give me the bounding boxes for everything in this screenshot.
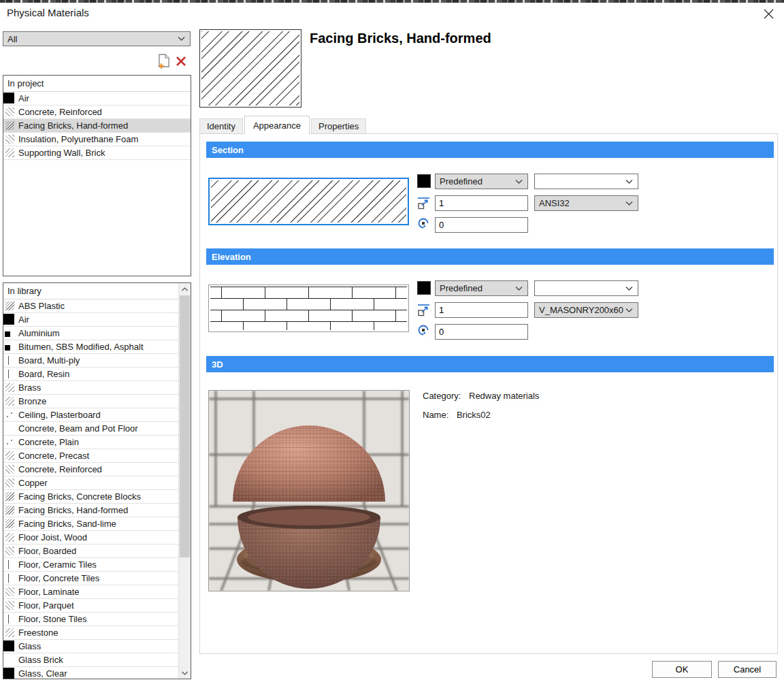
material-swatch-icon bbox=[5, 519, 14, 528]
list-item[interactable]: Facing Bricks, Hand-formed bbox=[3, 119, 191, 133]
section-color-chip[interactable] bbox=[417, 174, 431, 188]
background-app-strip bbox=[0, 0, 784, 3]
cancel-button[interactable]: Cancel bbox=[718, 661, 777, 678]
list-item[interactable]: Floor, Concrete Tiles bbox=[3, 572, 180, 585]
material-3d-preview bbox=[208, 390, 410, 591]
material-swatch-icon bbox=[5, 533, 14, 542]
list-item[interactable]: Air bbox=[3, 92, 191, 105]
material-name-label: Concrete, Plain bbox=[18, 437, 79, 447]
elevation-rotation-input[interactable] bbox=[435, 324, 528, 340]
section-scale-input[interactable] bbox=[435, 195, 528, 211]
scrollbar-thumb[interactable] bbox=[180, 295, 190, 557]
list-item[interactable]: Concrete, Precast bbox=[3, 449, 180, 463]
dialog-title: Physical Materials bbox=[7, 7, 89, 18]
material-fill-thumbnail bbox=[199, 29, 301, 108]
elevation-scale-input[interactable] bbox=[435, 302, 528, 318]
list-item[interactable]: ABS Plastic bbox=[3, 299, 180, 313]
material-swatch-icon bbox=[3, 668, 14, 679]
material-swatch-icon bbox=[3, 314, 14, 325]
material-name-label: Freestone bbox=[18, 628, 59, 638]
section-filltype-dropdown[interactable]: Predefined bbox=[435, 174, 528, 189]
material-swatch-icon bbox=[5, 424, 14, 433]
elevation-fill-preview[interactable] bbox=[208, 285, 409, 332]
elevation-filltype-dropdown[interactable]: Predefined bbox=[435, 280, 528, 296]
list-item[interactable]: Copper bbox=[3, 476, 180, 490]
section-header-bar: Section bbox=[206, 142, 774, 158]
list-item[interactable]: Concrete, Reinforced bbox=[3, 105, 191, 119]
filter-dropdown[interactable]: All bbox=[3, 31, 191, 46]
list-item[interactable]: Floor, Stone Tiles bbox=[3, 613, 180, 626]
material-swatch-icon bbox=[5, 465, 14, 474]
ok-button[interactable]: OK bbox=[652, 661, 712, 678]
material-swatch-icon bbox=[5, 438, 14, 446]
material-swatch-icon bbox=[5, 108, 14, 116]
material-name-label: Floor, Ceramic Tiles bbox=[18, 559, 97, 570]
list-item[interactable]: Board, Multi-ply bbox=[3, 354, 180, 368]
delete-x-icon bbox=[176, 56, 186, 67]
list-item[interactable]: Air bbox=[3, 313, 180, 327]
elevation-color-chip[interactable] bbox=[417, 281, 431, 295]
list-item[interactable]: Concrete, Reinforced bbox=[3, 463, 180, 476]
list-item[interactable]: Floor, Ceramic Tiles bbox=[3, 558, 180, 572]
new-material-button[interactable] bbox=[157, 53, 172, 69]
filter-dropdown-value: All bbox=[7, 34, 17, 44]
material-name-label: Facing Bricks, Sand-lime bbox=[18, 519, 116, 529]
list-item[interactable]: Aluminium bbox=[3, 327, 180, 340]
material-name-label: ABS Plastic bbox=[18, 301, 65, 311]
material-swatch-icon bbox=[5, 587, 14, 596]
list-item[interactable]: Brass bbox=[3, 381, 180, 395]
tab-appearance[interactable]: Appearance bbox=[244, 116, 310, 134]
elevation-extra-dropdown[interactable] bbox=[534, 280, 638, 296]
list-item[interactable]: Facing Bricks, Sand-lime bbox=[3, 517, 180, 531]
list-item[interactable]: Ceiling, Plasterboard bbox=[3, 408, 180, 422]
chevron-down-icon bbox=[515, 179, 523, 184]
chevron-down-icon bbox=[625, 308, 633, 312]
in-library-header: In library bbox=[3, 283, 183, 299]
material-swatch-icon bbox=[5, 410, 14, 419]
list-item[interactable]: Concrete, Plain bbox=[3, 436, 180, 449]
library-scrollbar[interactable] bbox=[178, 283, 191, 679]
list-item[interactable]: Freestone bbox=[3, 626, 180, 640]
list-item[interactable]: Glass Brick bbox=[3, 653, 180, 667]
list-item[interactable]: Floor, Laminate bbox=[3, 585, 180, 599]
list-item[interactable]: Concrete, Beam and Pot Floor bbox=[3, 422, 180, 436]
scroll-up-icon[interactable] bbox=[179, 283, 191, 295]
material-swatch-icon bbox=[5, 560, 14, 569]
category-row: Category: Redway materials bbox=[423, 391, 539, 401]
delete-material-button[interactable] bbox=[174, 54, 188, 68]
scroll-down-icon[interactable] bbox=[179, 667, 191, 679]
material-swatch-icon bbox=[5, 302, 14, 310]
list-item[interactable]: Glass bbox=[3, 640, 180, 653]
in-library-list: In library ABS PlasticAirAluminiumBitume… bbox=[3, 282, 191, 679]
material-swatch-icon bbox=[5, 356, 14, 365]
section-header-label: Section bbox=[212, 145, 244, 155]
list-item[interactable]: Floor, Boarded bbox=[3, 545, 180, 558]
material-swatch-icon bbox=[3, 640, 14, 651]
section-fill-preview[interactable] bbox=[208, 178, 409, 225]
tab-identity[interactable]: Identity bbox=[199, 118, 243, 134]
tab-properties[interactable]: Properties bbox=[311, 118, 366, 134]
material-swatch-icon bbox=[5, 135, 14, 144]
list-item[interactable]: Insulation, Polyurethane Foam bbox=[3, 133, 191, 146]
tab-bar: Identity Appearance Properties bbox=[199, 116, 368, 134]
list-item[interactable]: Glass, Clear bbox=[3, 667, 180, 679]
list-item[interactable]: Bronze bbox=[3, 395, 180, 408]
material-swatch-icon bbox=[5, 451, 14, 460]
section-pattern-dropdown[interactable]: ANSI32 bbox=[534, 195, 638, 211]
section-rotation-input[interactable] bbox=[435, 217, 528, 233]
list-item[interactable]: Floor Joist, Wood bbox=[3, 531, 180, 545]
rotation-icon bbox=[416, 216, 430, 230]
list-item[interactable]: Floor, Parquet bbox=[3, 599, 180, 613]
list-item[interactable]: Facing Bricks, Hand-formed bbox=[3, 504, 180, 517]
list-item[interactable]: Supporting Wall, Brick bbox=[3, 146, 191, 160]
list-item[interactable]: Board, Resin bbox=[3, 368, 180, 381]
chevron-down-icon bbox=[625, 201, 633, 206]
list-item[interactable]: Facing Bricks, Concrete Blocks bbox=[3, 490, 180, 504]
close-icon[interactable] bbox=[761, 6, 776, 21]
new-document-icon bbox=[158, 54, 171, 69]
section-extra-dropdown[interactable] bbox=[534, 174, 638, 189]
elevation-pattern-dropdown[interactable]: V_MASONRY200x60 bbox=[534, 302, 638, 318]
section-filltype-value: Predefined bbox=[440, 176, 483, 186]
list-item[interactable]: Bitumen, SBS Modified, Asphalt bbox=[3, 340, 180, 354]
material-swatch-icon bbox=[5, 655, 14, 664]
